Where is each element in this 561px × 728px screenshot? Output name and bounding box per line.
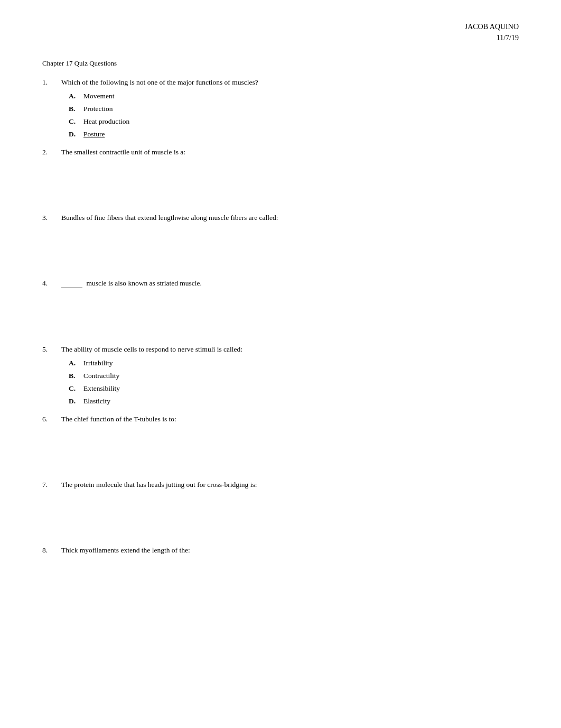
question-6-num: 6. (42, 415, 61, 423)
question-4: 4. _____ muscle is also known as striate… (42, 279, 519, 336)
question-1-num: 1. (42, 78, 61, 87)
option-b-letter: B. (69, 105, 83, 113)
question-6-line: 6. The chief function of the T-tubules i… (42, 415, 519, 423)
q5-option-d-letter: D. (69, 397, 83, 406)
question-8: 8. Thick myofilaments extend the length … (42, 546, 519, 555)
option-a-letter: A. (69, 92, 83, 100)
chapter-title: Chapter 17 Quiz Questions (42, 59, 519, 68)
question-4-line: 4. _____ muscle is also known as striate… (42, 279, 519, 288)
question-7-text: The protein molecule that has heads jutt… (61, 481, 519, 489)
question-5-text: The ability of muscle cells to respond t… (61, 345, 519, 354)
option-c-text: Heat production (83, 117, 129, 126)
question-5-num: 5. (42, 345, 61, 354)
q5-option-c-text: Extensibility (83, 384, 120, 393)
question-5-option-a: A. Irritability (42, 359, 519, 367)
question-4-text: _____ muscle is also known as striated m… (61, 279, 519, 288)
question-2-num: 2. (42, 148, 61, 156)
question-5-option-c: C. Extensibility (42, 384, 519, 393)
question-6: 6. The chief function of the T-tubules i… (42, 415, 519, 471)
question-7-spacer (42, 494, 519, 537)
q5-option-d-text: Elasticity (83, 397, 110, 406)
question-7: 7. The protein molecule that has heads j… (42, 481, 519, 537)
student-name: JACOB AQUINO (42, 21, 519, 32)
question-2-spacer (42, 162, 519, 204)
question-8-line: 8. Thick myofilaments extend the length … (42, 546, 519, 555)
question-3: 3. Bundles of fine fibers that extend le… (42, 214, 519, 270)
question-1-option-d: D. Posture (42, 130, 519, 139)
header-block: JACOB AQUINO 11/7/19 (42, 21, 519, 43)
q5-option-a-text: Irritability (83, 359, 113, 367)
question-4-blank (61, 279, 82, 288)
question-4-spacer (42, 293, 519, 336)
question-5-line: 5. The ability of muscle cells to respon… (42, 345, 519, 354)
option-c-letter: C. (69, 117, 83, 126)
question-1-text: Which of the following is not one of the… (61, 78, 519, 87)
question-7-num: 7. (42, 481, 61, 489)
q5-option-b-text: Contractility (83, 372, 119, 380)
date: 11/7/19 (42, 32, 519, 43)
question-4-num: 4. (42, 279, 61, 288)
question-5-option-b: B. Contractility (42, 372, 519, 380)
question-3-text: Bundles of fine fibers that extend lengt… (61, 214, 519, 222)
question-6-text: The chief function of the T-tubules is t… (61, 415, 519, 423)
question-1: 1. Which of the following is not one of … (42, 78, 519, 139)
option-a-text: Movement (83, 92, 115, 100)
question-8-text: Thick myofilaments extend the length of … (61, 546, 519, 555)
question-5-option-d: D. Elasticity (42, 397, 519, 406)
q5-option-a-letter: A. (69, 359, 83, 367)
option-d-letter: D. (69, 130, 83, 139)
question-1-option-a: A. Movement (42, 92, 519, 100)
question-5: 5. The ability of muscle cells to respon… (42, 345, 519, 406)
question-2: 2. The smallest contractile unit of musc… (42, 148, 519, 204)
question-7-line: 7. The protein molecule that has heads j… (42, 481, 519, 489)
question-8-num: 8. (42, 546, 61, 555)
option-b-text: Protection (83, 105, 113, 113)
question-2-text: The smallest contractile unit of muscle … (61, 148, 519, 156)
question-3-num: 3. (42, 214, 61, 222)
option-d-text: Posture (83, 130, 105, 139)
question-1-option-c: C. Heat production (42, 117, 519, 126)
question-3-spacer (42, 227, 519, 270)
page: JACOB AQUINO 11/7/19 Chapter 17 Quiz Que… (0, 0, 561, 728)
q5-option-c-letter: C. (69, 384, 83, 393)
question-6-spacer (42, 429, 519, 471)
q5-option-b-letter: B. (69, 372, 83, 380)
question-3-line: 3. Bundles of fine fibers that extend le… (42, 214, 519, 222)
question-1-line: 1. Which of the following is not one of … (42, 78, 519, 87)
question-2-line: 2. The smallest contractile unit of musc… (42, 148, 519, 156)
question-1-option-b: B. Protection (42, 105, 519, 113)
